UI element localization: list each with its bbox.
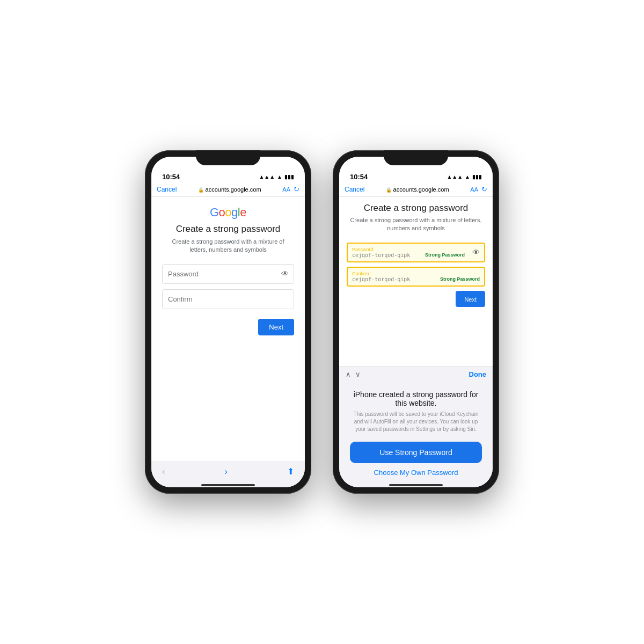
google-logo: Google (210, 206, 246, 219)
home-indicator-right (389, 484, 443, 486)
home-indicator-left (201, 484, 255, 486)
back-button-left[interactable]: ‹ (162, 467, 165, 477)
eye-icon-left[interactable]: 👁 (281, 269, 289, 278)
refresh-icon-right[interactable]: ↻ (481, 185, 487, 193)
confirm-input-left[interactable] (162, 289, 294, 309)
password-strong-badge: Strong Password (425, 252, 465, 258)
use-strong-password-button[interactable]: Use Strong Password (350, 442, 482, 463)
confirm-autofill-label: Confirm (352, 271, 480, 276)
page-subtitle-left: Create a strong password with a mixture … (169, 238, 287, 254)
cancel-button-left[interactable]: Cancel (157, 186, 177, 193)
password-autofill-field[interactable]: Password cejqof-torqod-qipk Strong Passw… (347, 243, 485, 262)
refresh-icon-left[interactable]: ↻ (294, 185, 299, 193)
password-autofill-group: Password cejqof-torqod-qipk Strong Passw… (347, 243, 485, 262)
signal-icon: ▲▲▲ (259, 174, 275, 180)
share-button-left[interactable]: ⬆ (287, 466, 294, 477)
notch (196, 150, 260, 165)
choose-own-password-button[interactable]: Choose My Own Password (374, 469, 458, 477)
suggestion-description: This password will be saved to your iClo… (350, 411, 482, 433)
status-time-right: 10:54 (350, 173, 368, 181)
phone-left: 10:54 ▲▲▲ ▲ ▮▮▮ Cancel 🔒 accounts.google… (145, 150, 311, 494)
password-autofill-label: Password (352, 247, 465, 252)
browser-bar-right: Cancel 🔒 accounts.google.com AA ↻ (339, 183, 493, 197)
wifi-icon: ▲ (277, 174, 282, 180)
autofill-toolbar: ∧ ∨ Done (339, 367, 493, 382)
password-input-group-left: 👁 (162, 264, 294, 284)
browser-bar-left: Cancel 🔒 accounts.google.com AA ↻ (151, 183, 305, 197)
battery-icon: ▮▮▮ (284, 174, 294, 180)
notch-right (384, 150, 448, 165)
page-title-left: Create a strong password (176, 224, 281, 235)
password-input-left[interactable] (162, 264, 294, 284)
wifi-icon-right: ▲ (465, 174, 470, 180)
browser-url-right: 🔒 accounts.google.com (368, 186, 467, 193)
lock-icon-right: 🔒 (386, 187, 393, 193)
password-masked-value: cejqof-torqod-qipk (352, 252, 410, 258)
confirm-input-group-left (162, 289, 294, 309)
forward-button-left[interactable]: › (225, 467, 228, 477)
suggestion-title: iPhone created a strong password for thi… (350, 390, 482, 407)
confirm-autofill-field[interactable]: Confirm cejqof-torqod-qipk Strong Passwo… (347, 267, 485, 287)
phone-right: 10:54 ▲▲▲ ▲ ▮▮▮ Cancel 🔒 accounts.google… (333, 150, 499, 494)
browser-aa-left[interactable]: AA (282, 186, 290, 193)
cancel-button-right[interactable]: Cancel (345, 186, 364, 193)
next-button[interactable]: Next (258, 319, 294, 335)
confirm-masked-value: cejqof-torqod-qipk (352, 276, 410, 282)
signal-icon-right: ▲▲▲ (447, 174, 463, 180)
suggestion-panel: iPhone created a strong password for thi… (339, 382, 493, 487)
page-title-right: Create a strong password (347, 202, 485, 214)
arrow-down-icon[interactable]: ∨ (355, 370, 361, 378)
autofill-done-button[interactable]: Done (469, 370, 487, 378)
scene: 10:54 ▲▲▲ ▲ ▮▮▮ Cancel 🔒 accounts.google… (145, 150, 499, 494)
page-content-left: Google Create a strong password Create a… (151, 197, 305, 462)
browser-url-left: 🔒 accounts.google.com (180, 186, 279, 193)
confirm-autofill-group: Confirm cejqof-torqod-qipk Strong Passwo… (347, 267, 485, 287)
confirm-strong-badge: Strong Password (440, 276, 480, 282)
eye-icon-right[interactable]: 👁 (472, 248, 480, 257)
page-content-right: Create a strong password Create a strong… (339, 197, 493, 367)
bottom-nav-left: ‹ › ⬆ (151, 462, 305, 487)
page-subtitle-right: Create a strong password with a mixture … (347, 216, 485, 233)
status-icons-left: ▲▲▲ ▲ ▮▮▮ (259, 174, 294, 180)
status-time-left: 10:54 (162, 173, 180, 181)
autofill-arrows: ∧ ∨ (346, 370, 361, 378)
next-button-right-partial[interactable]: Next (456, 291, 485, 307)
browser-aa-right[interactable]: AA (470, 186, 478, 193)
status-icons-right: ▲▲▲ ▲ ▮▮▮ (447, 174, 482, 180)
lock-icon-left: 🔒 (198, 187, 206, 193)
battery-icon-right: ▮▮▮ (472, 174, 482, 180)
arrow-up-icon[interactable]: ∧ (346, 370, 351, 378)
